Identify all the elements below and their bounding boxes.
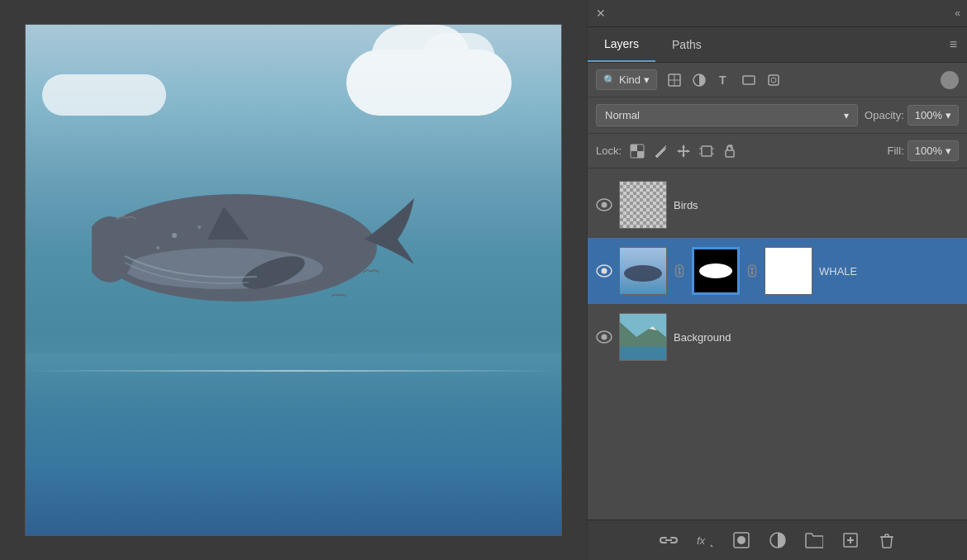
- layer-name-birds: Birds: [674, 199, 959, 211]
- filter-smartobject-icon[interactable]: [765, 71, 783, 89]
- link-layers-button[interactable]: [657, 529, 680, 552]
- layer-visibility-background[interactable]: [596, 330, 612, 344]
- svg-point-30: [750, 268, 754, 271]
- lock-move-icon[interactable]: [676, 144, 691, 159]
- search-icon: 🔍: [603, 74, 616, 86]
- opacity-control: Opacity: 100% ▾: [865, 105, 959, 126]
- svg-rect-11: [743, 76, 755, 84]
- layer-thumb-background: [619, 313, 667, 361]
- cloud1: [346, 50, 512, 116]
- bird-1: [117, 215, 136, 225]
- kind-dropdown[interactable]: 🔍 Kind ▾: [596, 69, 657, 90]
- group-button[interactable]: [803, 529, 826, 552]
- svg-point-24: [602, 202, 607, 208]
- tabs-bar: Layers Paths ≡: [588, 27, 967, 63]
- svg-point-13: [771, 78, 776, 83]
- bird-2: [298, 281, 315, 289]
- svg-text:fx: fx: [697, 534, 706, 547]
- bird-3: [331, 293, 346, 301]
- blend-mode-label: Normal: [605, 109, 640, 121]
- svg-marker-18: [682, 154, 685, 158]
- blend-row: Normal ▾ Opacity: 100% ▾: [588, 97, 967, 134]
- lock-checkerboard-icon[interactable]: [630, 144, 645, 159]
- layers-panel: ✕ « Layers Paths ≡ 🔍 Kind ▾: [587, 0, 967, 560]
- link-icon-1: [674, 263, 685, 278]
- lock-padlock-icon[interactable]: [722, 144, 737, 159]
- filter-shape-icon[interactable]: [740, 71, 758, 89]
- bottom-toolbar: fx: [588, 520, 967, 560]
- bird-4: [363, 268, 379, 277]
- fill-value[interactable]: 100% ▾: [907, 140, 959, 161]
- blend-mode-dropdown[interactable]: Normal ▾: [596, 104, 858, 126]
- fx-button[interactable]: fx: [693, 529, 717, 552]
- layer-visibility-birds[interactable]: [596, 198, 612, 211]
- svg-marker-19: [677, 149, 680, 153]
- add-mask-button[interactable]: [730, 529, 753, 552]
- lock-artboard-icon[interactable]: [699, 144, 714, 159]
- adjustment-button[interactable]: [766, 529, 789, 552]
- svg-point-7: [156, 246, 160, 249]
- whale-mask-shape: [699, 263, 732, 278]
- opacity-value[interactable]: 100% ▾: [907, 105, 959, 126]
- svg-point-27: [678, 268, 681, 271]
- svg-point-42: [737, 536, 745, 544]
- svg-point-34: [602, 335, 607, 340]
- fill-label: Fill:: [888, 145, 904, 157]
- svg-point-26: [602, 268, 607, 274]
- layers-list: Birds: [588, 168, 967, 520]
- add-layer-button[interactable]: [839, 529, 862, 552]
- panel-menu-icon[interactable]: ≡: [940, 27, 967, 62]
- fill-control: Fill: 100% ▾: [888, 140, 959, 161]
- layer-item-background[interactable]: Background: [588, 304, 967, 370]
- canvas-container[interactable]: [25, 24, 562, 536]
- opacity-label: Opacity:: [865, 109, 904, 121]
- whale-mini: [624, 265, 662, 282]
- canvas-image: [26, 25, 561, 535]
- svg-text:T: T: [719, 74, 726, 87]
- blend-arrow-icon: ▾: [844, 110, 849, 121]
- collapse-icon[interactable]: «: [955, 7, 959, 19]
- water: [26, 354, 561, 535]
- lock-label: Lock:: [596, 145, 622, 157]
- svg-marker-20: [687, 149, 690, 153]
- tab-paths[interactable]: Paths: [655, 28, 718, 61]
- panel-header: ✕ «: [588, 0, 967, 27]
- delete-layer-button[interactable]: [875, 529, 898, 552]
- fill-number: 100%: [915, 145, 942, 157]
- lock-row: Lock:: [588, 134, 967, 168]
- filter-text-icon[interactable]: T: [715, 71, 733, 89]
- layer-item-birds[interactable]: Birds: [588, 172, 967, 238]
- filter-row: 🔍 Kind ▾ T: [588, 63, 967, 97]
- svg-rect-21: [702, 146, 712, 156]
- svg-rect-12: [769, 75, 779, 85]
- filter-adjustment-icon[interactable]: [690, 71, 708, 89]
- fill-arrow-icon: ▾: [946, 145, 951, 157]
- whale-layer: [92, 173, 406, 306]
- filter-pixel-icon[interactable]: [665, 71, 684, 89]
- link-icon-2: [746, 263, 758, 278]
- kind-arrow-icon: ▾: [644, 74, 650, 86]
- layer-thumb-whale-white: [765, 247, 812, 295]
- lock-brush-icon[interactable]: [653, 144, 668, 159]
- close-icon[interactable]: ✕: [596, 7, 606, 20]
- svg-rect-14: [631, 145, 637, 151]
- cloud2: [42, 74, 166, 116]
- layer-name-background: Background: [674, 331, 959, 344]
- lock-icons: [630, 144, 737, 159]
- layer-thumb-whale-content: [619, 247, 667, 295]
- svg-rect-15: [637, 151, 644, 158]
- svg-point-5: [172, 233, 177, 238]
- opacity-number: 100%: [915, 109, 942, 121]
- svg-rect-22: [726, 150, 734, 157]
- svg-marker-17: [682, 145, 685, 148]
- layer-thumb-whale-mask: [692, 247, 740, 295]
- filter-icons: T: [665, 71, 783, 89]
- canvas-area: [0, 0, 587, 560]
- layer-thumb-birds: [619, 181, 667, 229]
- layer-item-whale[interactable]: WHALE: [588, 238, 967, 304]
- layer-visibility-whale[interactable]: [596, 264, 612, 278]
- tab-layers[interactable]: Layers: [588, 27, 655, 62]
- svg-point-28: [678, 272, 681, 275]
- filter-toggle[interactable]: [941, 71, 959, 89]
- svg-point-31: [750, 272, 754, 275]
